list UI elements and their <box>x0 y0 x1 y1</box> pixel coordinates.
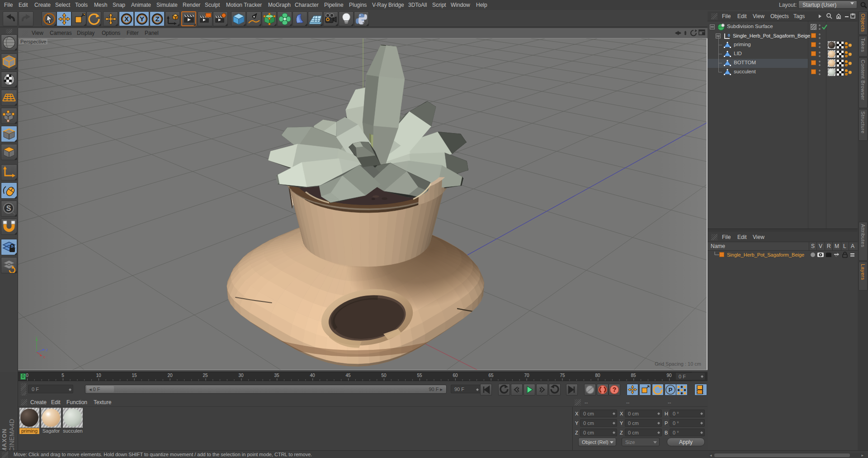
svg-text:30: 30 <box>238 373 244 378</box>
svg-text:0: 0 <box>26 373 28 378</box>
svg-text:15: 15 <box>132 373 137 378</box>
svg-text:65: 65 <box>488 373 494 378</box>
svg-text:85: 85 <box>631 373 636 378</box>
svg-text:35: 35 <box>274 373 279 378</box>
svg-text:55: 55 <box>417 373 422 378</box>
svg-text:10: 10 <box>96 373 101 378</box>
svg-text:20: 20 <box>167 373 173 378</box>
svg-text:90: 90 <box>666 373 672 378</box>
svg-text:45: 45 <box>345 373 351 378</box>
svg-text:0: 0 <box>728 33 730 38</box>
svg-text:80: 80 <box>595 373 600 378</box>
svg-text:5: 5 <box>61 373 64 378</box>
svg-text:40: 40 <box>310 373 315 378</box>
svg-text:X: X <box>124 15 129 23</box>
svg-text:25: 25 <box>203 373 208 378</box>
svg-text:50: 50 <box>381 373 387 378</box>
svg-text:70: 70 <box>524 373 529 378</box>
svg-text:S: S <box>6 205 11 212</box>
svg-text:Z: Z <box>155 15 159 23</box>
svg-text:?: ? <box>613 386 617 393</box>
svg-text:P: P <box>669 386 673 393</box>
svg-text:75: 75 <box>560 373 565 378</box>
svg-text:Y: Y <box>140 15 144 23</box>
svg-text:60: 60 <box>453 373 458 378</box>
